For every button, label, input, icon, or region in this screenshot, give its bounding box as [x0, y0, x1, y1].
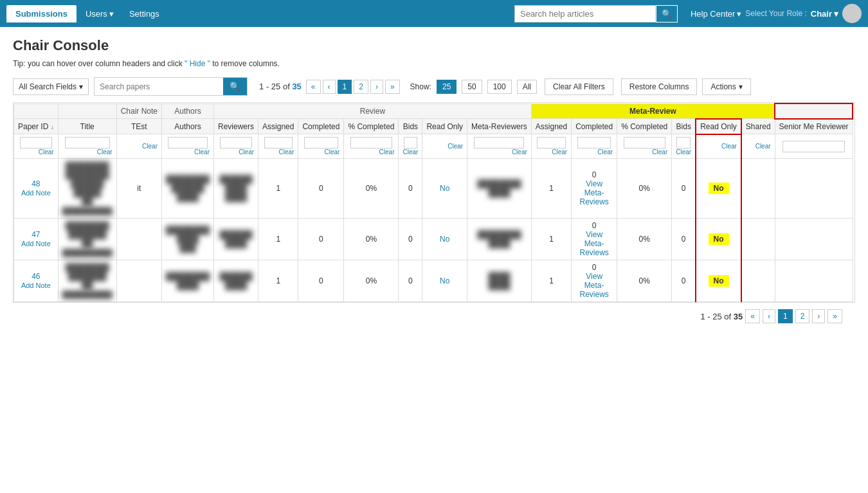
- view-meta-reviews-link-46[interactable]: View Meta-Reviews: [580, 272, 609, 299]
- th-assigned[interactable]: Assigned: [258, 119, 298, 134]
- nav-search-button[interactable]: 🔍: [656, 5, 678, 22]
- th-senior-me-reviewer[interactable]: Senior Me Reviewer: [775, 119, 853, 134]
- bottom-page-2-button[interactable]: 2: [795, 309, 810, 323]
- th-shared[interactable]: Shared: [741, 119, 775, 134]
- cell-chair-note-48[interactable]: it: [116, 159, 161, 219]
- filter-title-input[interactable]: [65, 137, 110, 148]
- title-link-47[interactable]: ██████████: [62, 249, 113, 256]
- clear-all-filters-button[interactable]: Clear All Filters: [545, 78, 613, 95]
- filter-meta-assigned-input[interactable]: [537, 137, 565, 148]
- add-note-link-47[interactable]: Add Note: [21, 240, 51, 247]
- view-meta-reviews-link-47[interactable]: View Meta-Reviews: [580, 230, 609, 257]
- filter-reviewers-input[interactable]: [220, 137, 252, 148]
- th-completed[interactable]: Completed: [298, 119, 344, 134]
- title-link-46[interactable]: ██████████: [62, 291, 113, 298]
- meta-read-only-badge-47[interactable]: No: [709, 233, 729, 245]
- cell-chair-note-47[interactable]: [116, 219, 161, 260]
- th-reviewers[interactable]: Reviewers: [214, 119, 258, 134]
- search-papers-input[interactable]: [95, 79, 223, 94]
- help-center-button[interactable]: Help Center ▾: [691, 9, 741, 19]
- filter-assigned-input[interactable]: [264, 137, 293, 148]
- actions-dropdown-button[interactable]: Actions ▾: [702, 78, 750, 95]
- filter-shared-clear[interactable]: Clear: [746, 143, 771, 150]
- filter-meta-reviewers-input[interactable]: [474, 137, 524, 148]
- filter-meta-pct-input[interactable]: [624, 137, 665, 148]
- filter-meta-bids-clear[interactable]: Clear: [676, 148, 691, 156]
- show-50-button[interactable]: 50: [462, 80, 482, 94]
- bottom-page-first-button[interactable]: «: [745, 309, 760, 323]
- filter-assigned-clear[interactable]: Clear: [262, 148, 294, 156]
- users-nav-link[interactable]: Users ▾: [79, 5, 120, 22]
- th-pct-completed[interactable]: % Completed: [344, 119, 399, 134]
- read-only-link-47[interactable]: No: [440, 235, 449, 244]
- bottom-page-1-button[interactable]: 1: [778, 309, 793, 323]
- filter-meta-completed-clear[interactable]: Clear: [575, 148, 613, 156]
- settings-nav-link[interactable]: Settings: [123, 5, 166, 22]
- filter-meta-completed-input[interactable]: [577, 137, 611, 148]
- filter-title-clear[interactable]: Clear: [62, 148, 113, 156]
- show-100-button[interactable]: 100: [487, 80, 512, 94]
- filter-reviewers-clear[interactable]: Clear: [218, 148, 254, 156]
- th-authors[interactable]: Authors: [162, 119, 214, 134]
- search-field-dropdown[interactable]: All Search Fields ▾: [13, 78, 89, 95]
- read-only-link-46[interactable]: No: [440, 276, 449, 285]
- paper-id-link-47[interactable]: 47: [32, 230, 40, 239]
- filter-completed-input[interactable]: [304, 137, 338, 148]
- th-read-only-review[interactable]: Read Only: [422, 119, 467, 134]
- filter-paper-id-input[interactable]: [20, 137, 52, 148]
- filter-completed-clear[interactable]: Clear: [302, 148, 339, 156]
- view-meta-reviews-link-48[interactable]: View Meta-Reviews: [580, 179, 609, 206]
- paper-id-link-46[interactable]: 46: [32, 272, 40, 281]
- page-2-button[interactable]: 2: [354, 80, 368, 94]
- submissions-tab[interactable]: Submissions: [6, 5, 77, 22]
- filter-authors-input[interactable]: [168, 137, 207, 148]
- filter-meta-assigned-clear[interactable]: Clear: [536, 148, 567, 156]
- th-chair-note-test[interactable]: TEst: [116, 119, 161, 134]
- th-meta-bids[interactable]: Bids: [672, 119, 696, 134]
- table-container[interactable]: Chair Note Authors Review Meta-Review Pa…: [13, 102, 855, 303]
- hide-link[interactable]: " Hide ": [185, 59, 210, 68]
- restore-columns-button[interactable]: Restore Columns: [621, 78, 698, 95]
- page-prev-button[interactable]: ‹: [323, 80, 336, 94]
- th-title[interactable]: Title: [58, 119, 116, 134]
- show-all-button[interactable]: All: [517, 80, 537, 94]
- filter-senior-me-input[interactable]: [782, 141, 845, 152]
- th-meta-pct-completed[interactable]: % Completed: [617, 119, 672, 134]
- filter-pct-clear[interactable]: Clear: [348, 148, 394, 156]
- add-note-link-48[interactable]: Add Note: [21, 189, 51, 197]
- page-next-button[interactable]: ›: [370, 80, 383, 94]
- filter-bids-clear[interactable]: Clear: [402, 148, 418, 156]
- page-1-button[interactable]: 1: [338, 80, 352, 94]
- th-meta-assigned[interactable]: Assigned: [531, 119, 571, 134]
- th-meta-read-only[interactable]: Read Only: [696, 119, 741, 134]
- search-papers-button[interactable]: 🔍: [223, 78, 247, 95]
- bottom-page-prev-button[interactable]: ‹: [763, 309, 775, 323]
- add-note-link-46[interactable]: Add Note: [21, 282, 51, 289]
- title-link-48[interactable]: ██████████: [62, 207, 113, 215]
- meta-read-only-badge-46[interactable]: No: [709, 275, 729, 287]
- bottom-page-next-button[interactable]: ›: [812, 309, 825, 323]
- meta-read-only-badge-48[interactable]: No: [709, 183, 729, 194]
- paper-id-link-48[interactable]: 48: [32, 179, 40, 188]
- page-last-button[interactable]: »: [385, 80, 400, 94]
- th-meta-reviewers[interactable]: Meta-Reviewers: [467, 119, 532, 134]
- filter-meta-pct-clear[interactable]: Clear: [621, 148, 667, 156]
- page-first-button[interactable]: «: [306, 80, 321, 94]
- filter-chair-note-clear[interactable]: Clear: [121, 143, 158, 150]
- filter-pct-input[interactable]: [350, 137, 392, 148]
- th-meta-completed[interactable]: Completed: [572, 119, 617, 134]
- show-25-button[interactable]: 25: [437, 80, 457, 94]
- filter-bids-input[interactable]: [404, 137, 418, 148]
- filter-read-only-clear[interactable]: Clear: [426, 143, 463, 150]
- filter-paper-id-clear[interactable]: Clear: [18, 148, 54, 156]
- filter-authors-clear[interactable]: Clear: [166, 148, 210, 156]
- th-paper-id[interactable]: Paper ID ↓: [14, 119, 59, 134]
- read-only-link-48[interactable]: No: [440, 184, 449, 193]
- nav-search-input[interactable]: [514, 5, 656, 22]
- bottom-page-last-button[interactable]: »: [827, 309, 842, 323]
- th-bids[interactable]: Bids: [399, 119, 422, 134]
- cell-chair-note-46[interactable]: [116, 260, 161, 302]
- role-select-button[interactable]: Chair ▾: [811, 9, 838, 19]
- filter-meta-bids-input[interactable]: [676, 137, 691, 148]
- filter-meta-read-only-clear[interactable]: Clear: [700, 143, 737, 150]
